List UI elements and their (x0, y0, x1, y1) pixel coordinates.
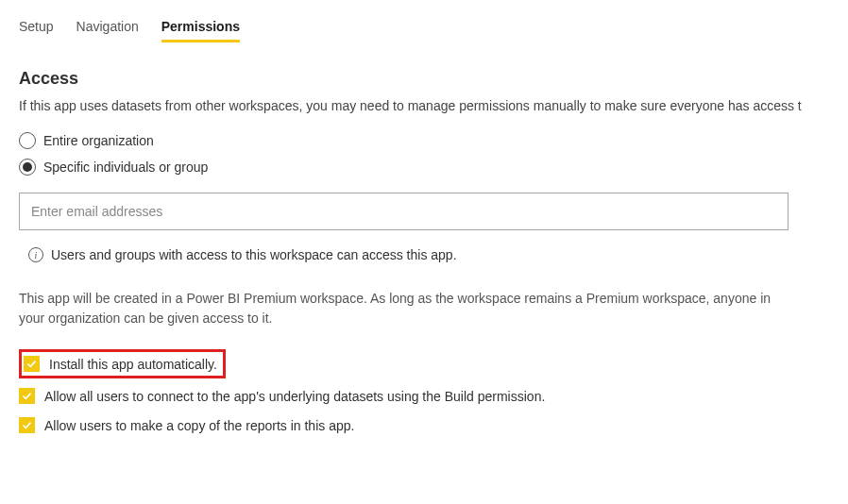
premium-workspace-note: This app will be created in a Power BI P… (19, 289, 774, 328)
tab-bar: Setup Navigation Permissions (19, 19, 829, 42)
radio-entire-organization[interactable]: Entire organization (19, 132, 829, 149)
tab-navigation[interactable]: Navigation (76, 19, 139, 42)
checkbox-checked-icon (19, 417, 35, 433)
checkbox-label: Install this app automatically. (49, 357, 217, 372)
checkbox-checked-icon (24, 356, 40, 372)
checkbox-checked-icon (19, 388, 35, 404)
radio-label: Specific individuals or group (43, 160, 208, 175)
email-addresses-input[interactable] (19, 193, 789, 230)
access-heading: Access (19, 69, 829, 89)
radio-circle-icon (19, 132, 36, 149)
tab-setup[interactable]: Setup (19, 19, 54, 42)
radio-specific-individuals[interactable]: Specific individuals or group (19, 159, 829, 176)
tab-permissions[interactable]: Permissions (161, 19, 240, 42)
checkbox-label: Allow users to make a copy of the report… (44, 418, 354, 433)
radio-label: Entire organization (43, 133, 154, 148)
info-row: i Users and groups with access to this w… (28, 247, 829, 262)
access-description: If this app uses datasets from other wor… (19, 98, 829, 113)
info-icon: i (28, 247, 43, 262)
info-text: Users and groups with access to this wor… (51, 247, 457, 262)
checkbox-label: Allow all users to connect to the app's … (44, 389, 545, 404)
radio-circle-selected-icon (19, 159, 36, 176)
checkbox-allow-copy[interactable]: Allow users to make a copy of the report… (19, 417, 829, 433)
checkbox-allow-connect[interactable]: Allow all users to connect to the app's … (19, 388, 829, 404)
highlight-annotation: Install this app automatically. (19, 349, 226, 378)
checkbox-install-automatically[interactable]: Install this app automatically. (24, 356, 217, 372)
